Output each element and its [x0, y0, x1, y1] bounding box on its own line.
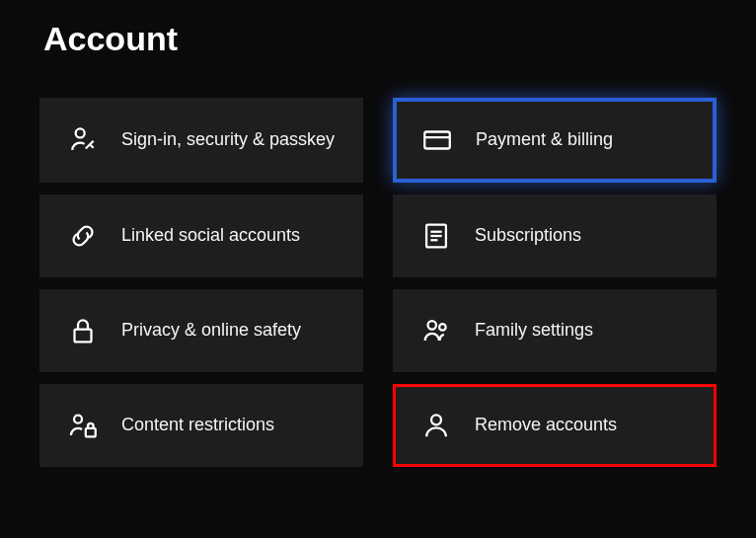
- tile-subscriptions[interactable]: Subscriptions: [393, 194, 717, 277]
- tile-linked-social-accounts[interactable]: Linked social accounts: [39, 194, 363, 277]
- svg-rect-1: [424, 132, 450, 149]
- tile-label: Payment & billing: [476, 128, 613, 151]
- svg-point-0: [76, 128, 85, 137]
- svg-point-9: [439, 324, 446, 331]
- person-icon: [419, 409, 453, 442]
- document-list-icon: [419, 219, 453, 253]
- tile-family-settings[interactable]: Family settings: [393, 289, 717, 372]
- people-group-icon: [419, 314, 453, 347]
- tile-label: Sign-in, security & passkey: [121, 128, 335, 151]
- svg-rect-7: [75, 330, 92, 343]
- page-title: Account: [43, 20, 717, 58]
- tile-label: Family settings: [475, 319, 593, 342]
- tile-label: Content restrictions: [121, 414, 274, 436]
- tile-remove-accounts[interactable]: Remove accounts: [393, 384, 717, 467]
- tile-payment-billing[interactable]: Payment & billing: [393, 98, 717, 183]
- svg-point-10: [74, 416, 82, 423]
- credit-card-icon: [420, 123, 454, 157]
- svg-point-8: [428, 321, 437, 330]
- people-lock-icon: [66, 409, 100, 442]
- tile-label: Privacy & online safety: [121, 319, 301, 342]
- tile-signin-security-passkey[interactable]: Sign-in, security & passkey: [39, 98, 363, 183]
- svg-rect-11: [86, 428, 96, 437]
- lock-icon: [66, 314, 100, 347]
- tile-privacy-online-safety[interactable]: Privacy & online safety: [39, 289, 363, 372]
- svg-point-12: [431, 415, 441, 424]
- link-icon: [66, 219, 100, 253]
- person-key-icon: [66, 123, 100, 157]
- tile-label: Remove accounts: [475, 414, 617, 436]
- tile-content-restrictions[interactable]: Content restrictions: [39, 384, 363, 467]
- tile-label: Linked social accounts: [121, 224, 300, 247]
- tile-label: Subscriptions: [475, 224, 581, 247]
- settings-grid: Sign-in, security & passkey Payment & bi…: [39, 98, 717, 467]
